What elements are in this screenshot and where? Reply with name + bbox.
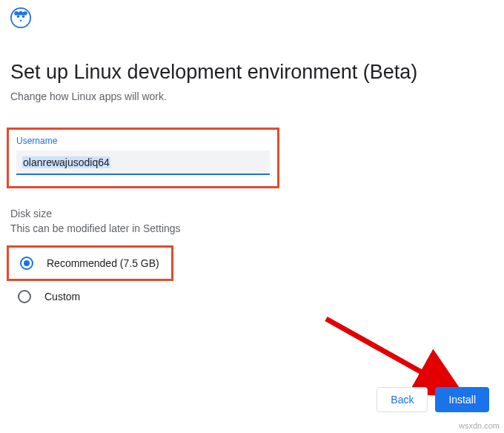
svg-point-1 [17,16,20,19]
username-value: olanrewajusodiq64 [22,156,110,168]
username-label: Username [16,136,270,146]
back-button[interactable]: Back [377,387,428,412]
disk-size-label: Disk size [10,208,52,219]
penguin-logo-icon [10,7,31,28]
username-section: Username olanrewajusodiq64 [7,128,279,188]
page-subtitle: Change how Linux apps will work. [10,90,167,102]
svg-line-3 [326,319,452,389]
disk-option-recommended[interactable]: Recommended (7.5 GB) [7,245,173,281]
footer-actions: Back Install [377,387,489,412]
page-title: Set up Linux development environment (Be… [10,61,417,84]
recommended-label: Recommended (7.5 GB) [47,257,159,269]
radio-unselected-icon [18,290,31,303]
username-input[interactable]: olanrewajusodiq64 [16,151,270,175]
install-button[interactable]: Install [435,387,489,412]
svg-point-2 [22,16,25,19]
disk-option-custom[interactable]: Custom [18,290,80,303]
radio-selected-icon [20,257,33,270]
disk-size-sublabel: This can be modified later in Settings [10,222,181,234]
watermark: wsxdn.com [459,421,500,430]
custom-label: Custom [44,291,80,303]
